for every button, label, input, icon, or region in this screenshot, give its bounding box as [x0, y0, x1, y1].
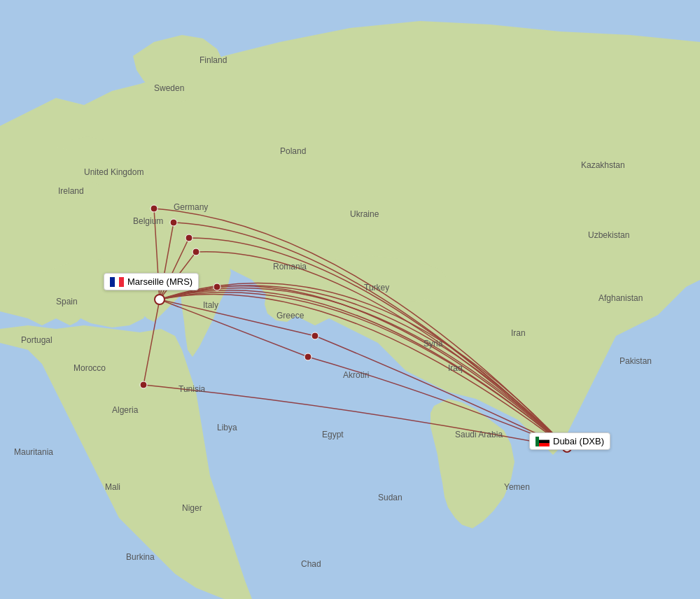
- svg-point-36: [150, 205, 158, 212]
- svg-rect-47: [115, 277, 119, 287]
- svg-rect-48: [119, 277, 124, 287]
- svg-text:Ukraine: Ukraine: [350, 209, 379, 219]
- svg-text:Saudi Arabia: Saudi Arabia: [455, 430, 503, 439]
- svg-text:Chad: Chad: [301, 559, 321, 569]
- svg-text:Spain: Spain: [56, 297, 78, 306]
- svg-text:Turkey: Turkey: [364, 283, 389, 293]
- svg-text:Morocco: Morocco: [74, 363, 106, 373]
- map-svg: Ireland United Kingdom Finland Sweden Be…: [0, 0, 700, 599]
- svg-rect-57: [539, 443, 550, 446]
- svg-point-42: [304, 353, 312, 360]
- svg-text:Egypt: Egypt: [322, 430, 344, 439]
- svg-text:Algeria: Algeria: [112, 405, 139, 415]
- svg-point-38: [186, 234, 192, 241]
- svg-text:United Kingdom: United Kingdom: [84, 167, 144, 177]
- svg-text:Mali: Mali: [105, 482, 120, 492]
- svg-text:Niger: Niger: [182, 503, 202, 513]
- map-container: Ireland United Kingdom Finland Sweden Be…: [0, 0, 700, 599]
- svg-point-39: [192, 248, 200, 255]
- svg-text:Libya: Libya: [217, 423, 237, 432]
- svg-point-44: [155, 295, 164, 304]
- svg-text:Romania: Romania: [273, 262, 307, 272]
- svg-text:Italy: Italy: [203, 300, 218, 310]
- svg-text:Mauritania: Mauritania: [14, 447, 53, 457]
- svg-point-41: [312, 332, 318, 339]
- svg-text:Tunisia: Tunisia: [178, 384, 206, 394]
- svg-text:Greece: Greece: [276, 311, 304, 320]
- svg-rect-54: [536, 437, 539, 446]
- svg-text:Afghanistan: Afghanistan: [598, 293, 643, 303]
- svg-text:Yemen: Yemen: [504, 482, 530, 492]
- svg-point-40: [214, 283, 220, 290]
- svg-text:Germany: Germany: [174, 202, 208, 212]
- svg-text:Uzbekistan: Uzbekistan: [588, 230, 629, 240]
- dubai-label-text: Dubai (DXB): [553, 436, 604, 446]
- uae-flag: [536, 437, 550, 446]
- svg-text:Iran: Iran: [511, 328, 526, 338]
- svg-text:Poland: Poland: [280, 146, 306, 156]
- svg-point-37: [170, 219, 177, 226]
- svg-text:Sweden: Sweden: [154, 83, 184, 93]
- svg-text:Pakistan: Pakistan: [620, 356, 652, 366]
- svg-text:Iraq: Iraq: [448, 363, 463, 373]
- marseille-label-text: Marseille (MRS): [127, 276, 192, 287]
- svg-text:Akrotiri: Akrotiri: [343, 370, 369, 380]
- svg-text:Syria: Syria: [424, 339, 443, 348]
- marseille-airport-label[interactable]: Marseille (MRS): [104, 273, 199, 290]
- svg-rect-55: [539, 437, 550, 440]
- svg-text:Kazakhstan: Kazakhstan: [581, 160, 625, 170]
- svg-text:Ireland: Ireland: [58, 186, 84, 196]
- svg-rect-46: [110, 277, 115, 287]
- france-flag: [110, 277, 124, 287]
- svg-text:Burkina: Burkina: [126, 552, 155, 562]
- svg-rect-56: [539, 439, 550, 443]
- svg-point-43: [140, 381, 147, 388]
- svg-text:Portugal: Portugal: [21, 335, 52, 345]
- dubai-airport-label[interactable]: Dubai (DXB): [529, 432, 610, 450]
- svg-text:Belgium: Belgium: [133, 216, 163, 226]
- svg-text:Sudan: Sudan: [378, 493, 402, 502]
- svg-text:Finland: Finland: [200, 55, 227, 65]
